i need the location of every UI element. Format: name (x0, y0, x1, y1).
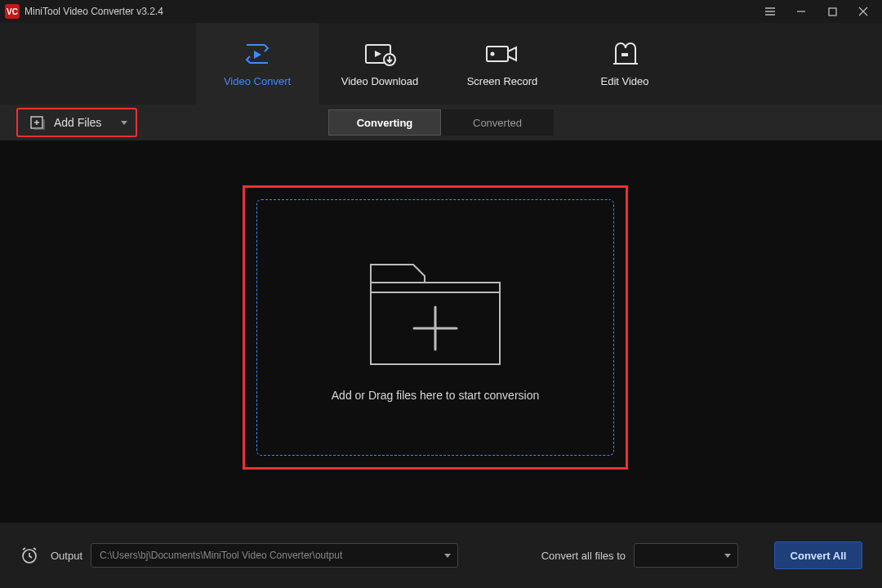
svg-rect-0 (829, 8, 836, 16)
convert-all-button[interactable]: Convert All (774, 541, 862, 569)
maximize-button[interactable] (817, 0, 848, 23)
add-files-highlight: Add Files (16, 108, 137, 137)
seg-converted[interactable]: Converted (441, 109, 554, 136)
add-files-label: Add Files (54, 116, 101, 129)
nav-tab-edit-video[interactable]: Edit Video (564, 23, 686, 105)
folder-plus-icon (366, 253, 505, 368)
convert-to-label: Convert all files to (541, 550, 626, 562)
nav-label: Edit Video (600, 75, 648, 87)
bottom-bar: Output C:\Users\bj\Documents\MiniTool Vi… (0, 523, 882, 588)
main-area: Add or Drag files here to start conversi… (0, 140, 882, 523)
seg-label: Converting (357, 117, 413, 129)
drop-zone-highlight: Add or Drag files here to start conversi… (243, 185, 628, 470)
app-logo-icon: VC (5, 4, 20, 19)
svg-rect-5 (621, 53, 628, 56)
chevron-down-icon (444, 554, 451, 558)
seg-converting[interactable]: Converting (328, 109, 441, 136)
add-files-dropdown[interactable] (113, 109, 136, 136)
edit-icon (611, 41, 639, 67)
download-icon (363, 41, 396, 67)
add-files-button[interactable]: Add Files (18, 109, 113, 136)
nav-tab-video-download[interactable]: Video Download (318, 23, 441, 105)
convert-to-group: Convert all files to Convert All (541, 541, 862, 569)
drop-zone[interactable]: Add or Drag files here to start conversi… (256, 199, 614, 456)
schedule-button[interactable] (20, 546, 39, 565)
output-path-field[interactable]: C:\Users\bj\Documents\MiniTool Video Con… (91, 543, 458, 568)
nav-label: Video Convert (224, 75, 291, 87)
nav-tab-video-convert[interactable]: Video Convert (196, 23, 318, 105)
svg-point-4 (491, 51, 495, 56)
output-path-value: C:\Users\bj\Documents\MiniTool Video Con… (100, 550, 342, 561)
alarm-clock-icon (20, 546, 38, 564)
record-icon (484, 41, 520, 67)
maximize-icon (828, 7, 837, 16)
minimize-button[interactable] (786, 0, 817, 23)
top-nav: Video Convert Video Download Screen Reco… (0, 23, 882, 105)
output-label: Output (51, 550, 82, 562)
format-select[interactable] (634, 543, 738, 568)
close-button[interactable] (848, 0, 879, 23)
menu-button[interactable] (755, 0, 786, 23)
close-icon (858, 7, 868, 16)
toolbar: Add Files Converting Converted (0, 105, 882, 140)
hamburger-icon (764, 6, 776, 17)
chevron-down-icon (121, 121, 127, 125)
chevron-down-icon (724, 554, 731, 558)
segmented-control: Converting Converted (328, 109, 554, 136)
svg-rect-3 (487, 47, 508, 61)
minimize-icon (796, 7, 806, 16)
nav-tab-screen-record[interactable]: Screen Record (441, 23, 564, 105)
seg-label: Converted (473, 117, 522, 129)
drop-zone-hint: Add or Drag files here to start conversi… (332, 389, 539, 402)
title-bar: VC MiniTool Video Converter v3.2.4 (0, 0, 882, 23)
convert-icon (243, 41, 272, 67)
window-controls (755, 0, 879, 23)
nav-label: Screen Record (467, 75, 538, 87)
output-group: Output C:\Users\bj\Documents\MiniTool Vi… (51, 543, 458, 568)
convert-all-label: Convert All (791, 550, 847, 562)
title-bar-left: VC MiniTool Video Converter v3.2.4 (5, 4, 163, 19)
nav-label: Video Download (341, 75, 418, 87)
add-file-icon (29, 115, 46, 130)
app-title: MiniTool Video Converter v3.2.4 (24, 6, 163, 17)
